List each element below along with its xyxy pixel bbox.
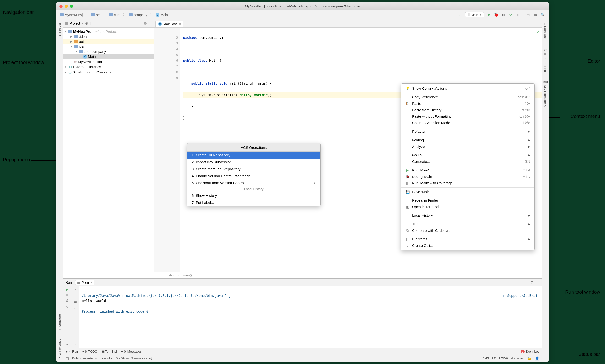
context-menu-item[interactable]: ▣Open in Terminal [401, 204, 534, 210]
close-icon[interactable]: × [90, 281, 92, 284]
debug-button[interactable]: 🐞 [493, 12, 499, 18]
down-icon[interactable]: ↓ [74, 294, 76, 298]
minimize-icon[interactable] [64, 5, 68, 8]
file-encoding[interactable]: UTF-8 [499, 357, 508, 360]
popup-item[interactable]: 6. Show History [187, 192, 321, 199]
project-structure-button[interactable]: ▤ [525, 12, 531, 18]
editor-tab[interactable]: C Main.java × [155, 21, 183, 27]
tab-project[interactable]: 1: Project [57, 21, 62, 38]
exit-icon[interactable]: ⎋ [66, 305, 68, 309]
context-menu-item[interactable]: 🐞Debug 'Main'^⇧D [401, 173, 534, 180]
tab-database[interactable]: ≡ Database [543, 21, 548, 41]
popup-item[interactable]: 5. Checkout from Version Control▶ [187, 179, 321, 186]
context-menu-item[interactable]: ⧉Compare with Clipboard [401, 227, 534, 234]
tool-windows-icon[interactable]: ◫ [65, 356, 69, 361]
context-menu-item[interactable]: 💡Show Context Actions⌥⏎ [401, 85, 534, 91]
wrap-icon[interactable]: ⇉ [74, 300, 77, 304]
menu-item-icon: 📋 [405, 102, 410, 105]
caret-position[interactable]: 6:45 [483, 357, 489, 360]
lock-icon[interactable]: 🔒 [527, 356, 532, 361]
hide-icon[interactable]: — [536, 280, 540, 284]
indent-settings[interactable]: 4 spaces [511, 357, 524, 360]
context-menu-item[interactable]: 💾Save 'Main' [401, 188, 534, 195]
run-tab[interactable]: ☰Main× [75, 280, 95, 285]
crumb[interactable]: main() [183, 273, 192, 277]
popup-item[interactable]: 7. Put Label... [187, 199, 321, 206]
tree-item-main[interactable]: CMain [63, 54, 154, 59]
popup-item[interactable]: 2. Import into Subversion... [187, 158, 321, 166]
build-button[interactable]: ⤴ [457, 12, 463, 18]
line-separator[interactable]: LF [492, 357, 496, 360]
tree-item[interactable]: ▼com.company [63, 49, 154, 54]
context-menu-item[interactable]: Refactor▶ [401, 128, 534, 135]
popup-item[interactable]: 1. Create Git Repository... [187, 152, 321, 158]
context-menu-item[interactable]: Paste without Formatting⌥⇧⌘V [401, 113, 534, 120]
chevron-down-icon[interactable]: ▼ [82, 22, 84, 25]
scroll-icon[interactable]: ⤓ [74, 306, 77, 310]
run-config-selector[interactable]: ☰ Main ▼ [465, 12, 484, 17]
expand-icon[interactable]: » [66, 342, 68, 346]
maximize-icon[interactable] [70, 5, 73, 8]
tab-structure[interactable]: 7: Structure [57, 312, 62, 332]
tab-time-tracking[interactable]: ◷ Time Tracking [543, 46, 548, 74]
context-menu-item[interactable]: ▦Diagrams▶ [401, 236, 534, 242]
context-menu-item[interactable]: Paste from History...⇧⌘V [401, 107, 534, 113]
hide-icon[interactable]: — [148, 21, 152, 25]
context-menu-item[interactable]: ▶Run 'Main'^⇧R [401, 167, 534, 173]
run-button[interactable] [486, 12, 492, 18]
search-button[interactable]: 🔍 [540, 12, 546, 18]
tab-key-promoter[interactable]: ⌨ Key Promoter X [543, 78, 548, 109]
breadcrumb-root[interactable]: MyNewProj [59, 13, 83, 17]
popup-item[interactable]: 4. Enable Version Control Integration... [187, 172, 321, 179]
rerun-icon[interactable]: ▶ [66, 288, 68, 291]
gear-icon[interactable]: ⚙ [144, 21, 147, 26]
tree-item[interactable]: ▶⫿⫿External Libraries [63, 64, 154, 69]
close-tab-icon[interactable]: × [179, 23, 181, 26]
tab-todo[interactable]: ≡ 6: TODO [82, 350, 97, 353]
tab-terminal[interactable]: ▣ Terminal [102, 350, 117, 353]
run-output[interactable]: /Library/Java/JavaVirtualMachines/jdk-9.… [79, 286, 542, 348]
stop-icon[interactable]: ■ [66, 293, 68, 297]
tree-item[interactable]: ▶◷Scratches and Consoles [63, 69, 154, 75]
tab-favorites[interactable]: ★ 2: Favorites [57, 337, 62, 362]
tab-run[interactable]: ▶ 4: Run [65, 350, 78, 353]
context-menu-item[interactable]: ◧Run 'Main' with Coverage [401, 180, 534, 186]
stop-button[interactable]: ■ [515, 12, 521, 18]
context-menu-item[interactable]: Copy Reference⌥⇧⌘C [401, 94, 534, 100]
camera-icon[interactable]: ⎙ [66, 299, 68, 303]
tree-item[interactable]: ▼src [63, 44, 154, 49]
breadcrumb-item[interactable]: com [108, 13, 121, 17]
context-menu-item[interactable]: Column Selection Mode⇧⌘8 [401, 120, 534, 126]
tree-root[interactable]: ▼MyNewProj ~/IdeaProject [63, 29, 154, 34]
coverage-button[interactable]: ◧ [500, 12, 506, 18]
inspector-icon[interactable]: 👤 [535, 356, 540, 361]
target-icon[interactable]: ⊕ [85, 21, 88, 26]
context-menu-item[interactable]: JDK▶ [401, 221, 534, 227]
expand-icon[interactable]: » [74, 342, 76, 346]
tab-messages[interactable]: ≡ 0: Messages [121, 350, 142, 353]
crumb[interactable]: Main [168, 273, 175, 277]
breadcrumb-item[interactable]: src [90, 13, 101, 17]
context-menu-item[interactable]: Go To▶ [401, 152, 534, 158]
popup-item[interactable]: 3. Create Mercurial Repository [187, 166, 321, 172]
context-menu-item[interactable]: Analyze▶ [401, 143, 534, 150]
context-menu-item[interactable]: 📋Paste⌘V [401, 100, 534, 107]
project-panel-title: Project [70, 22, 80, 25]
breadcrumb-item[interactable]: CMain [155, 13, 168, 17]
up-icon[interactable]: ↑ [74, 288, 76, 292]
context-menu-item[interactable]: Local History▶ [401, 212, 534, 219]
context-menu-item[interactable]: Folding▶ [401, 137, 534, 143]
tab-event-log[interactable]: 2 Event Log [521, 350, 540, 353]
context-menu-item[interactable]: ○Create Gist... [401, 242, 534, 249]
close-icon[interactable] [59, 5, 63, 8]
context-menu-item[interactable]: Generate...⌘N [401, 158, 534, 165]
context-menu-item[interactable]: Reveal in Finder [401, 197, 534, 204]
profile-button[interactable]: ⟳ [507, 12, 514, 18]
breadcrumb-item[interactable]: company [128, 13, 148, 17]
tree-item[interactable]: ▶out [63, 39, 154, 44]
gear-icon[interactable]: ⚙ [530, 280, 533, 285]
settings-button[interactable]: ▭ [532, 12, 539, 18]
shortcut-label: ^⇧D [523, 175, 530, 179]
tree-item[interactable]: ▦MyNewProj.iml [63, 59, 154, 64]
tree-item[interactable]: ▶.idea [63, 34, 154, 39]
